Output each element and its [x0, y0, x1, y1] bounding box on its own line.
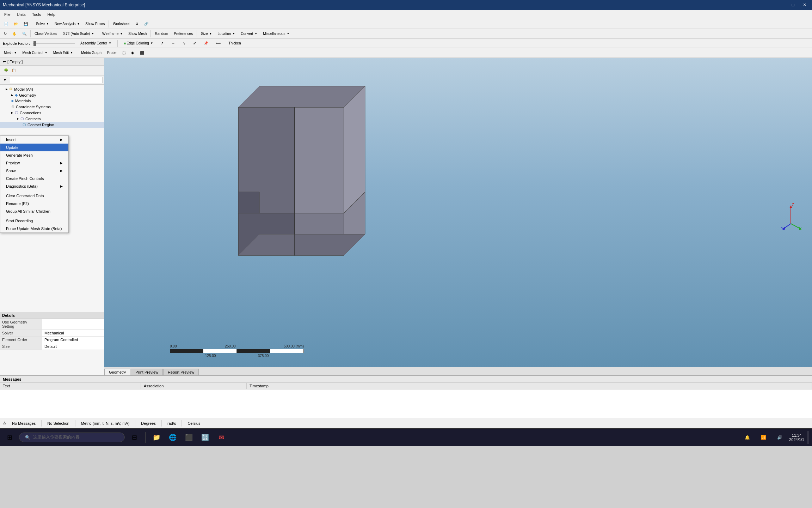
ctx-rename[interactable]: Rename (F2)	[0, 200, 68, 207]
ctx-create-pinch[interactable]: Create Pinch Controls	[0, 175, 68, 182]
convert-btn[interactable]: Convert ▼	[238, 31, 260, 37]
menu-units[interactable]: Units	[14, 12, 29, 17]
close-vertices-btn[interactable]: Close Vertices	[32, 31, 60, 37]
menu-tools[interactable]: Tools	[29, 12, 44, 17]
tree-search[interactable]	[10, 77, 103, 83]
save-btn[interactable]: 💾	[21, 21, 30, 27]
tab-report-preview[interactable]: Report Preview	[163, 369, 199, 375]
search-placeholder: 这里输入你要搜索的内容	[33, 434, 80, 440]
zoom-btn[interactable]: 🔍	[20, 31, 29, 37]
auto-scale-btn[interactable]: 0.72 (Auto Scale) ▼	[60, 31, 97, 37]
location-btn[interactable]: Location ▼	[215, 31, 238, 37]
tree-item-coordinate[interactable]: ⊕Coordinate Systems	[0, 104, 104, 110]
volume-btn[interactable]: 🔊	[773, 431, 786, 444]
open-btn[interactable]: 📂	[11, 21, 20, 27]
solve-dropdown[interactable]: Solve ▼	[33, 21, 51, 27]
new-analysis-dropdown[interactable]: New Analysis ▼	[52, 21, 82, 27]
tree-item-geometry[interactable]: ▸◆Geometry	[0, 92, 104, 98]
tree-item-contacts[interactable]: ▸⬡Contacts	[0, 116, 104, 122]
edge-coloring-btn[interactable]: ■ Edge Coloring ▼	[121, 40, 155, 46]
ctx-update-label: Update	[6, 145, 18, 150]
arrow-line-btn2[interactable]: →	[169, 40, 177, 46]
ctx-clear-data[interactable]: Clear Generated Data	[0, 192, 68, 200]
icon-btn-2[interactable]: 🔗	[142, 21, 151, 27]
tab-print-preview[interactable]: Print Preview	[131, 369, 163, 375]
ctx-group-all[interactable]: Group All Similar Children	[0, 207, 68, 215]
ctx-rename-label: Rename (F2)	[6, 201, 29, 206]
new-btn[interactable]: 📄	[1, 21, 11, 27]
mesh-icon1[interactable]: ⬚	[120, 50, 128, 56]
show-mesh-btn[interactable]: Show Mesh	[126, 31, 149, 37]
random-btn[interactable]: Random	[152, 31, 171, 37]
ctx-preview[interactable]: Preview ▶	[0, 159, 68, 167]
taskbar-search[interactable]: 🔍 这里输入你要搜索的内容	[19, 433, 125, 442]
miscellaneous-btn[interactable]: Miscellaneous ▼	[260, 31, 292, 37]
size-btn[interactable]: Size ▼	[198, 31, 214, 37]
tree-icon2[interactable]: 📋	[11, 67, 17, 73]
ctx-update[interactable]: Update	[0, 144, 68, 151]
prop-row-geometry: Use Geometry Setting	[0, 319, 104, 330]
network-btn[interactable]: 📶	[757, 431, 770, 444]
thicken-btn[interactable]: Thicken	[226, 40, 243, 46]
prop-label-size: Size	[0, 343, 42, 350]
calc-icon: 🔢	[201, 434, 209, 441]
mesh-control-btn[interactable]: Mesh Control ▼	[20, 50, 50, 56]
arrow-line-btn4[interactable]: ⤢	[191, 40, 198, 46]
ctx-show-label: Show	[6, 169, 16, 173]
ctx-start-recording[interactable]: Start Recording	[0, 217, 68, 225]
tree-item-model[interactable]: ▸⚙Model (A4)	[0, 86, 104, 92]
notification-area-btn[interactable]: 🔔	[740, 431, 754, 444]
tree-icon1[interactable]: 🌳	[3, 67, 9, 73]
ctx-diagnostics[interactable]: Diagnostics (Beta) ▶	[0, 182, 68, 190]
start-btn[interactable]: ⊞	[3, 431, 16, 444]
tree-item-connections[interactable]: ▸⬡Connections	[0, 110, 104, 116]
tree-item-materials[interactable]: ■Materials	[0, 98, 104, 104]
menu-file[interactable]: File	[1, 12, 13, 17]
preferences-label: Preferences	[174, 32, 193, 36]
edge-btn[interactable]: 🌐	[166, 431, 179, 444]
arrow-line-btn3[interactable]: ↘	[180, 40, 188, 46]
ctx-insert[interactable]: Insert ▶	[0, 136, 68, 144]
mail-btn[interactable]: ✉	[215, 431, 228, 444]
rotate-btn[interactable]: ↻	[1, 31, 9, 37]
ctx-show[interactable]: Show ▶	[0, 167, 68, 175]
task-view-icon: ⊟	[132, 434, 137, 441]
show-errors-btn[interactable]: Show Errors	[83, 21, 107, 27]
tab-geometry[interactable]: Geometry	[104, 369, 130, 375]
context-menu: Insert ▶ Update Generate Mesh Preview ▶ …	[0, 135, 69, 233]
minimize-btn[interactable]: ─	[777, 2, 786, 7]
wireframe-btn[interactable]: Wireframe ▼	[100, 31, 125, 37]
metric-graph-btn[interactable]: Metric Graph	[79, 50, 104, 56]
pin-btn[interactable]: 📌	[201, 40, 210, 46]
explode-slider[interactable]	[33, 43, 75, 44]
viewport[interactable]: 0.00 250.00 500.00 (mm) 125.00 375.00 Z	[104, 58, 812, 375]
ctx-generate-mesh[interactable]: Generate Mesh	[0, 151, 68, 159]
close-btn[interactable]: ✕	[800, 2, 809, 7]
menu-help[interactable]: Help	[44, 12, 58, 17]
status-messages: No Messages	[12, 421, 36, 425]
pan-btn[interactable]: ✋	[10, 31, 19, 37]
assembly-center-btn[interactable]: Assembly Center ▼	[78, 40, 114, 46]
preferences-btn[interactable]: Preferences	[171, 31, 195, 37]
calc-btn[interactable]: 🔢	[198, 431, 212, 444]
filter-btn[interactable]: ▼	[1, 77, 8, 83]
edge-size-btn[interactable]: ⟺	[213, 40, 223, 46]
worksheet-btn[interactable]: Worksheet	[110, 21, 132, 27]
tree-item-contact-region[interactable]: ⬡Contact Region	[0, 122, 104, 128]
status-rad-s: rad/s	[167, 421, 176, 425]
show-desktop-btn[interactable]	[807, 431, 809, 444]
arrow-line-btn1[interactable]: ↗	[158, 40, 166, 46]
mesh-icon3[interactable]: ⬛	[137, 50, 147, 56]
ctx-force-update[interactable]: Force Update Mesh State (Beta)	[0, 225, 68, 232]
metric-graph-label: Metric Graph	[81, 51, 102, 55]
mesh-dropdown-btn[interactable]: Mesh ▼	[1, 50, 19, 56]
mesh-edit-btn[interactable]: Mesh Edit ▼	[51, 50, 75, 56]
icon-btn-1[interactable]: ⚙	[133, 21, 141, 27]
ansys-btn[interactable]: ⬛	[182, 431, 196, 444]
probe-btn[interactable]: Probe	[105, 50, 119, 56]
prop-row-size: Size Default	[0, 343, 104, 350]
mesh-icon2[interactable]: ◉	[129, 50, 137, 56]
maximize-btn[interactable]: □	[789, 2, 797, 7]
explorer-btn[interactable]: 📁	[150, 431, 163, 444]
task-view-btn[interactable]: ⊟	[128, 431, 141, 444]
